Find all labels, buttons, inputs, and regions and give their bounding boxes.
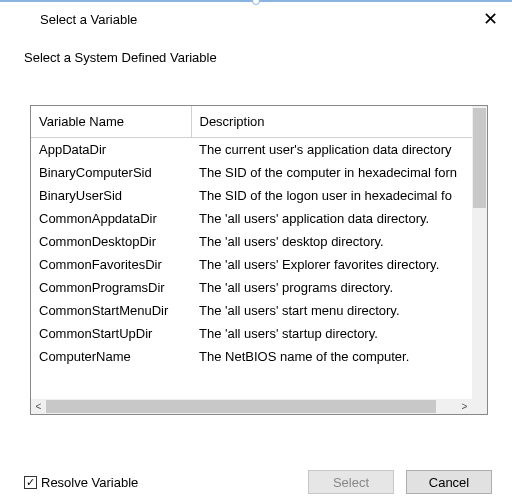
cell-variable-name: AppDataDir: [31, 138, 191, 162]
table-row[interactable]: CommonFavoritesDirThe 'all users' Explor…: [31, 253, 472, 276]
cell-variable-name: CommonProgramsDir: [31, 276, 191, 299]
column-header-name[interactable]: Variable Name: [31, 106, 191, 138]
table-row[interactable]: ComputerNameThe NetBIOS name of the comp…: [31, 345, 472, 368]
cell-description: The SID of the logon user in hexadecimal…: [191, 184, 472, 207]
variable-table-container: Variable Name Description AppDataDirThe …: [30, 105, 488, 415]
table-row[interactable]: CommonProgramsDirThe 'all users' program…: [31, 276, 472, 299]
table-row[interactable]: BinaryUserSidThe SID of the logon user i…: [31, 184, 472, 207]
table-row[interactable]: CommonDesktopDirThe 'all users' desktop …: [31, 230, 472, 253]
dialog-top-border: [0, 0, 512, 2]
cell-variable-name: BinaryComputerSid: [31, 161, 191, 184]
cell-variable-name: CommonDesktopDir: [31, 230, 191, 253]
horizontal-scrollbar-track[interactable]: [46, 400, 457, 413]
cell-description: The current user's application data dire…: [191, 138, 472, 162]
close-icon[interactable]: ✕: [483, 10, 502, 28]
table-row[interactable]: AppDataDirThe current user's application…: [31, 138, 472, 162]
horizontal-scrollbar[interactable]: < >: [31, 399, 472, 414]
cell-description: The 'all users' programs directory.: [191, 276, 472, 299]
cell-description: The 'all users' start menu directory.: [191, 299, 472, 322]
cell-variable-name: BinaryUserSid: [31, 184, 191, 207]
cancel-button[interactable]: Cancel: [406, 470, 492, 494]
variable-table: Variable Name Description AppDataDirThe …: [31, 106, 472, 368]
select-button[interactable]: Select: [308, 470, 394, 494]
dialog-title: Select a Variable: [40, 12, 137, 27]
resolve-variable-label: Resolve Variable: [41, 475, 138, 490]
table-row[interactable]: CommonStartUpDirThe 'all users' startup …: [31, 322, 472, 345]
resolve-variable-checkbox[interactable]: ✓ Resolve Variable: [24, 475, 138, 490]
vertical-scrollbar-thumb[interactable]: [473, 108, 486, 208]
cell-description: The 'all users' Explorer favorites direc…: [191, 253, 472, 276]
scroll-right-icon[interactable]: >: [457, 399, 472, 414]
cell-description: The 'all users' application data directo…: [191, 207, 472, 230]
checkbox-icon[interactable]: ✓: [24, 476, 37, 489]
dialog-subtitle: Select a System Defined Variable: [0, 32, 512, 65]
cell-variable-name: CommonAppdataDir: [31, 207, 191, 230]
cell-description: The SID of the computer in hexadecimal f…: [191, 161, 472, 184]
variable-table-scroll[interactable]: Variable Name Description AppDataDirThe …: [31, 106, 472, 399]
vertical-scrollbar[interactable]: [472, 106, 487, 399]
horizontal-scrollbar-thumb[interactable]: [46, 400, 436, 413]
scrollbar-corner: [472, 399, 487, 414]
dialog-footer: ✓ Resolve Variable Select Cancel: [0, 470, 512, 500]
cell-variable-name: CommonStartMenuDir: [31, 299, 191, 322]
cell-variable-name: CommonStartUpDir: [31, 322, 191, 345]
dialog-buttons: Select Cancel: [308, 470, 492, 494]
cell-variable-name: ComputerName: [31, 345, 191, 368]
cell-description: The NetBIOS name of the computer.: [191, 345, 472, 368]
cell-variable-name: CommonFavoritesDir: [31, 253, 191, 276]
table-row[interactable]: CommonStartMenuDirThe 'all users' start …: [31, 299, 472, 322]
table-row[interactable]: CommonAppdataDirThe 'all users' applicat…: [31, 207, 472, 230]
table-row[interactable]: BinaryComputerSidThe SID of the computer…: [31, 161, 472, 184]
dialog-header: Select a Variable ✕: [0, 2, 512, 32]
scroll-left-icon[interactable]: <: [31, 399, 46, 414]
cell-description: The 'all users' startup directory.: [191, 322, 472, 345]
column-header-description[interactable]: Description: [191, 106, 472, 138]
cell-description: The 'all users' desktop directory.: [191, 230, 472, 253]
